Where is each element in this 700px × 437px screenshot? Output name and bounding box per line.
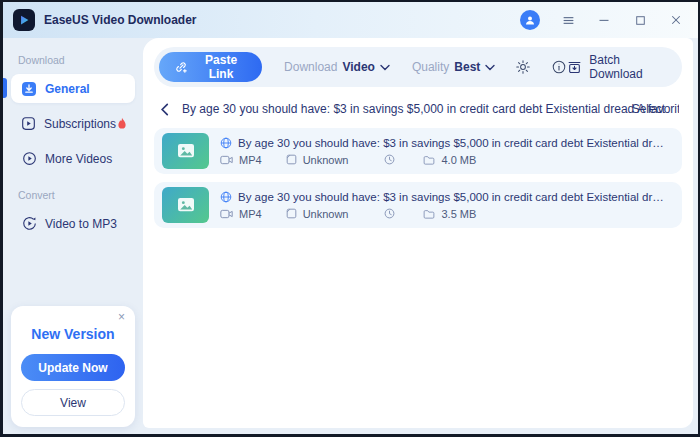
- maximize-button[interactable]: [632, 12, 648, 28]
- paste-link-button[interactable]: Paste Link: [159, 52, 262, 82]
- batch-download-button[interactable]: Batch Download: [567, 53, 666, 81]
- resolution-group: Unknown: [286, 208, 349, 220]
- sidebar-item-more-videos[interactable]: More Videos: [11, 144, 135, 173]
- duration-group: [384, 208, 395, 219]
- sidebar-item-subscriptions[interactable]: Subscriptions: [11, 109, 135, 138]
- download-value: Video: [342, 60, 374, 74]
- section-label-convert: Convert: [18, 189, 143, 201]
- resolution-value: Unknown: [303, 154, 349, 166]
- globe-icon: [220, 191, 232, 203]
- user-avatar[interactable]: [520, 10, 540, 30]
- sidebar-item-general[interactable]: General: [11, 74, 135, 103]
- more-videos-icon: [21, 151, 37, 167]
- sidebar: Download General: [3, 38, 143, 434]
- video-title: By age 30 you should have: $3 in savings…: [238, 191, 670, 203]
- download-icon: [21, 81, 37, 97]
- menu-icon[interactable]: [560, 12, 576, 28]
- video-thumbnail: [162, 133, 209, 169]
- app-title: EaseUS Video Downloader: [44, 13, 197, 27]
- size-group: 4.0 MB: [423, 154, 476, 166]
- resolution-group: Unknown: [286, 154, 349, 166]
- card-close-icon[interactable]: ×: [118, 311, 125, 323]
- format-group: MP4: [220, 208, 262, 220]
- new-version-card: × New Version Update Now View: [11, 306, 135, 427]
- flame-icon: [116, 117, 128, 130]
- select-label[interactable]: Select: [632, 102, 665, 116]
- active-indicator: [3, 78, 7, 98]
- video-list: By age 30 you should have: $3 in savings…: [154, 128, 682, 228]
- chevron-down-icon: [485, 64, 495, 71]
- sidebar-item-label: Video to MP3: [45, 217, 117, 231]
- batch-download-icon: [567, 60, 582, 75]
- settings-gear-icon[interactable]: [515, 59, 531, 75]
- info-icon[interactable]: [551, 59, 567, 75]
- format-group: MP4: [220, 154, 262, 166]
- resolution-value: Unknown: [303, 208, 349, 220]
- globe-icon: [220, 137, 232, 149]
- sidebar-item-label: Subscriptions: [44, 117, 116, 131]
- subscriptions-icon: [21, 116, 36, 132]
- video-row[interactable]: By age 30 you should have: $3 in savings…: [154, 182, 682, 228]
- sidebar-item-label: General: [45, 82, 90, 96]
- sidebar-item-label: More Videos: [45, 152, 112, 166]
- minimize-button[interactable]: [596, 12, 612, 28]
- download-type-dropdown[interactable]: Download Video: [284, 60, 390, 74]
- sidebar-item-video-to-mp3[interactable]: Video to MP3: [11, 209, 135, 238]
- paste-link-label: Paste Link: [195, 53, 247, 81]
- link-plus-icon: [174, 60, 188, 74]
- format-value: MP4: [239, 208, 262, 220]
- download-label: Download: [284, 60, 337, 74]
- new-version-title: New Version: [21, 326, 125, 342]
- toolbar: Paste Link Download Video Quality Best: [154, 47, 682, 87]
- main-area: Paste Link Download Video Quality Best: [143, 38, 698, 434]
- batch-download-label: Batch Download: [589, 53, 666, 81]
- quality-label: Quality: [412, 60, 449, 74]
- quality-dropdown[interactable]: Quality Best: [412, 60, 495, 74]
- size-value: 4.0 MB: [441, 154, 476, 166]
- size-group: 3.5 MB: [423, 208, 476, 220]
- titlebar: EaseUS Video Downloader: [3, 2, 698, 38]
- format-value: MP4: [239, 154, 262, 166]
- view-button[interactable]: View: [21, 389, 125, 416]
- breadcrumb: By age 30 you should have: $3 in savings…: [160, 100, 679, 118]
- section-label-download: Download: [18, 54, 143, 66]
- duration-group: [384, 154, 395, 165]
- close-button[interactable]: [668, 12, 684, 28]
- chevron-down-icon: [380, 64, 390, 71]
- video-thumbnail: [162, 187, 209, 223]
- video-title: By age 30 you should have: $3 in savings…: [238, 137, 670, 149]
- video-to-mp3-icon: [21, 216, 37, 232]
- app-window: EaseUS Video Downloader: [0, 0, 700, 437]
- quality-value: Best: [454, 60, 480, 74]
- back-chevron-icon[interactable]: [160, 103, 169, 116]
- size-value: 3.5 MB: [441, 208, 476, 220]
- app-logo-icon: [13, 9, 35, 31]
- page-title: By age 30 you should have: $3 in savings…: [182, 102, 679, 116]
- video-row[interactable]: By age 30 you should have: $3 in savings…: [154, 128, 682, 174]
- update-now-button[interactable]: Update Now: [21, 354, 125, 381]
